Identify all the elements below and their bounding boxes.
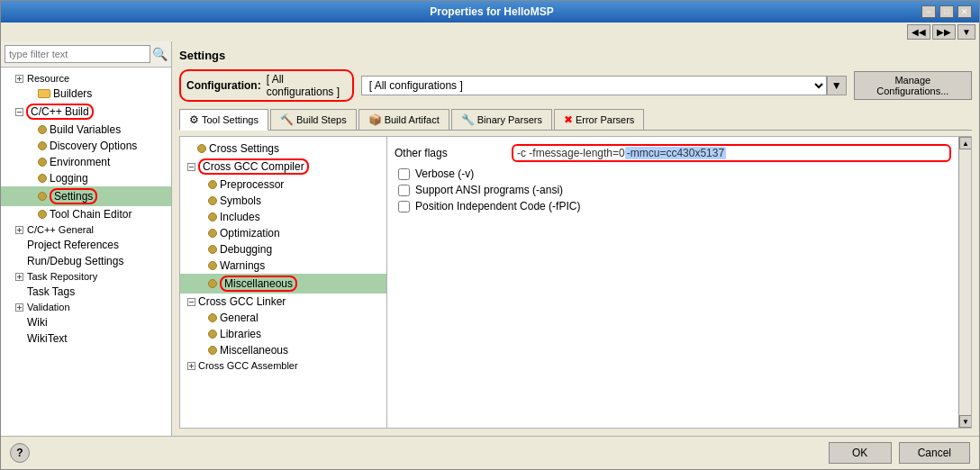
- sidebar-item-cpp-general[interactable]: C/C++ General: [1, 222, 171, 237]
- stree-includes[interactable]: Includes: [180, 209, 386, 225]
- tab-build-artifact[interactable]: 📦 Build Artifact: [358, 109, 449, 130]
- scroll-track[interactable]: [959, 149, 971, 415]
- tab-error-parsers[interactable]: ✖ Error Parsers: [554, 109, 644, 130]
- tab-build-steps-label: Build Steps: [296, 114, 347, 125]
- stree-preprocessor[interactable]: Preprocessor: [180, 176, 386, 193]
- cross-lib-label: Cross GCC Assembler: [198, 360, 298, 371]
- gear-icon: [38, 125, 47, 134]
- stree-warnings[interactable]: Warnings: [180, 258, 386, 274]
- miscellaneous2-label: Miscellaneous: [220, 344, 288, 357]
- panels-row: Cross Settings Cross GCC Compiler Prepro…: [179, 136, 972, 429]
- panel-title: Settings: [179, 49, 972, 62]
- gear-icon-5: [38, 192, 47, 201]
- forward-button[interactable]: ▶▶: [932, 24, 956, 40]
- build-steps-icon: 🔨: [280, 113, 294, 126]
- config-dropdown-arrow[interactable]: ▼: [827, 76, 847, 95]
- stree-miscellaneous[interactable]: Miscellaneous: [180, 274, 386, 294]
- back-button[interactable]: ◀◀: [907, 24, 930, 40]
- sidebar-item-cpp-build[interactable]: C/C++ Build: [1, 102, 171, 122]
- gear-icon-3: [38, 158, 47, 167]
- binary-parsers-icon: 🔧: [461, 113, 475, 126]
- scroll-down-button[interactable]: ▼: [959, 415, 972, 428]
- sidebar-item-run-debug[interactable]: Run/Debug Settings: [1, 253, 171, 269]
- settings-tree: Cross Settings Cross GCC Compiler Prepro…: [180, 137, 387, 428]
- miscellaneous-label: Miscellaneous: [220, 276, 297, 292]
- sidebar-item-logging[interactable]: Logging: [1, 170, 171, 186]
- sidebar-item-environment[interactable]: Environment: [1, 154, 171, 170]
- filter-bar: 🔍: [1, 41, 171, 68]
- cross-settings-icon: [197, 144, 206, 153]
- gear-icon-4: [38, 174, 47, 183]
- stree-miscellaneous2[interactable]: Miscellaneous: [180, 342, 386, 358]
- stree-libraries[interactable]: Libraries: [180, 326, 386, 342]
- settings-right-panel: Other flags -c -fmessage-length=0 -mmcu=…: [387, 137, 958, 428]
- tab-tool-settings[interactable]: ⚙ Tool Settings: [179, 109, 268, 131]
- stree-cross-gcc-linker[interactable]: Cross GCC Linker: [180, 294, 386, 310]
- scroll-up-button[interactable]: ▲: [959, 137, 972, 149]
- config-select[interactable]: [ All configurations ]: [361, 76, 827, 95]
- stree-debugging[interactable]: Debugging: [180, 241, 386, 258]
- tool-settings-icon: ⚙: [189, 113, 199, 126]
- stree-symbols[interactable]: Symbols: [180, 193, 386, 209]
- build-vars-label: Build Variables: [50, 123, 121, 136]
- verbose-label: Verbose (-v): [415, 167, 474, 180]
- sidebar-item-project-refs[interactable]: Project References: [1, 237, 171, 253]
- ansi-checkbox[interactable]: [398, 185, 410, 196]
- resource-label: Resource: [27, 73, 69, 84]
- sidebar-item-resource[interactable]: Resource: [1, 71, 171, 86]
- general-label: General: [220, 312, 259, 324]
- environment-label: Environment: [50, 156, 110, 168]
- sidebar-item-wikitext[interactable]: WikiText: [1, 330, 171, 347]
- ansi-label: Support ANSI programs (-ansi): [415, 184, 563, 196]
- other-flags-row: Other flags -c -fmessage-length=0 -mmcu=…: [395, 144, 951, 162]
- verbose-checkbox[interactable]: [398, 168, 410, 180]
- manage-configurations-button[interactable]: Manage Configurations...: [854, 71, 972, 100]
- general-icon: [208, 313, 217, 322]
- logging-label: Logging: [50, 172, 88, 185]
- tab-tool-settings-label: Tool Settings: [202, 114, 259, 125]
- warnings-label: Warnings: [220, 259, 265, 272]
- cancel-button[interactable]: Cancel: [899, 442, 970, 464]
- debugging-label: Debugging: [220, 243, 272, 256]
- sidebar-item-builders[interactable]: Builders: [1, 86, 171, 102]
- maximize-button[interactable]: □: [939, 5, 954, 18]
- tab-error-parsers-label: Error Parsers: [576, 114, 634, 125]
- task-tags-label: Task Tags: [27, 285, 75, 298]
- minimize-button[interactable]: −: [921, 5, 936, 18]
- cross-gcc-linker-label: Cross GCC Linker: [198, 295, 286, 308]
- nav-dropdown[interactable]: ▼: [957, 24, 975, 40]
- stree-general[interactable]: General: [180, 310, 386, 326]
- sidebar-item-task-tags[interactable]: Task Tags: [1, 284, 171, 300]
- optimization-icon: [208, 229, 217, 238]
- sidebar-item-build-vars[interactable]: Build Variables: [1, 122, 171, 138]
- sidebar-item-discovery-options[interactable]: Discovery Options: [1, 138, 171, 154]
- stree-cross-settings[interactable]: Cross Settings: [180, 140, 386, 157]
- close-button[interactable]: ✕: [957, 5, 972, 18]
- bottom-bar: ? OK Cancel: [1, 436, 979, 469]
- other-flags-prefix: -c -fmessage-length=0: [517, 147, 625, 159]
- tab-build-artifact-label: Build Artifact: [385, 114, 440, 125]
- tab-build-steps[interactable]: 🔨 Build Steps: [270, 109, 357, 130]
- sidebar-item-toolchain[interactable]: Tool Chain Editor: [1, 206, 171, 222]
- stree-optimization[interactable]: Optimization: [180, 225, 386, 241]
- configuration-row: Configuration: [ All configurations ] [ …: [179, 69, 972, 102]
- pic-checkbox[interactable]: [398, 201, 410, 212]
- tab-binary-parsers[interactable]: 🔧 Binary Parsers: [451, 109, 552, 130]
- help-button[interactable]: ?: [10, 443, 30, 463]
- sidebar-item-task-repo[interactable]: Task Repository: [1, 269, 171, 284]
- sidebar-item-settings[interactable]: Settings: [1, 186, 171, 206]
- discovery-options-label: Discovery Options: [50, 140, 137, 152]
- includes-label: Includes: [220, 211, 260, 223]
- miscellaneous2-icon: [208, 346, 217, 355]
- main-window: Properties for HelloMSP − □ ✕ ◀◀ ▶▶ ▼ 🔍: [0, 0, 980, 470]
- gear-icon-6: [38, 210, 47, 219]
- filter-input[interactable]: [5, 45, 150, 63]
- collapse-icon-2: [187, 163, 195, 171]
- sidebar-item-validation[interactable]: Validation: [1, 300, 171, 314]
- wiki-label: Wiki: [27, 316, 48, 329]
- ok-button[interactable]: OK: [829, 442, 892, 464]
- stree-cross-gcc-compiler[interactable]: Cross GCC Compiler: [180, 157, 386, 176]
- stree-cross-lib[interactable]: Cross GCC Assembler: [180, 358, 386, 373]
- sidebar-item-wiki[interactable]: Wiki: [1, 314, 171, 330]
- right-panel: Settings Configuration: [ All configurat…: [172, 41, 979, 436]
